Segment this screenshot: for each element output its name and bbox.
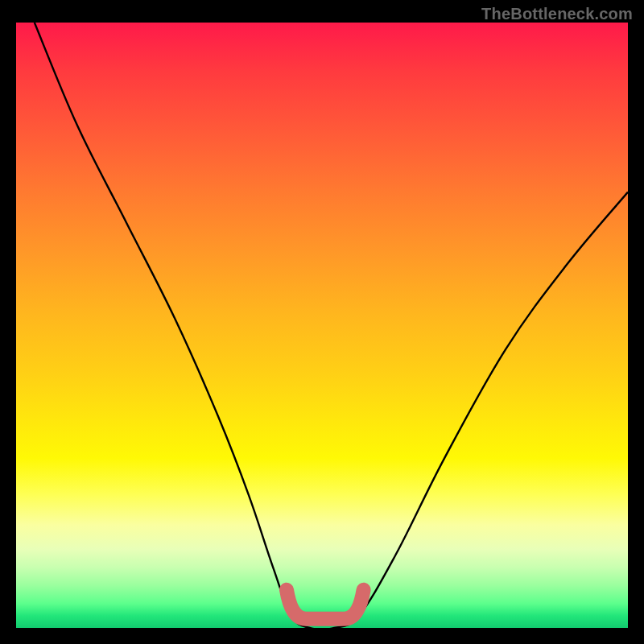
bottleneck-curve-path <box>35 23 628 628</box>
attribution-text: TheBottleneck.com <box>481 5 633 23</box>
bottleneck-curve-svg <box>16 23 628 628</box>
chart-frame: TheBottleneck.com <box>0 0 644 644</box>
flat-zone-highlight <box>287 590 364 619</box>
plot-area <box>16 23 628 628</box>
